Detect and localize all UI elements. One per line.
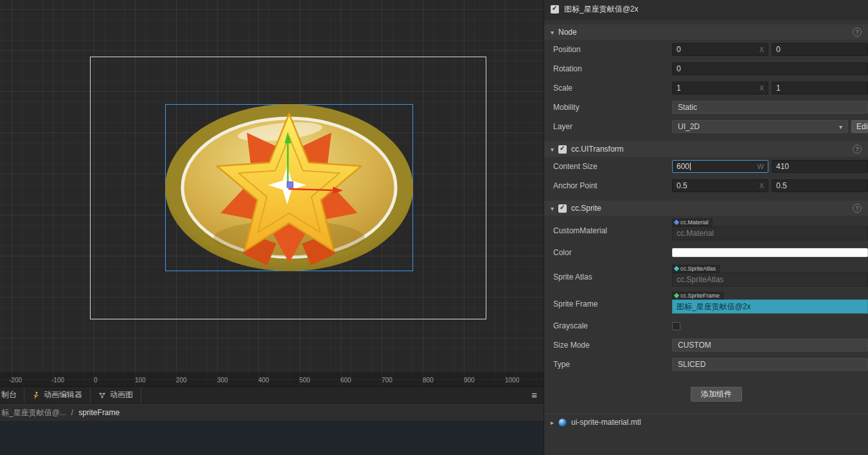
- axis-x-suffix: X: [759, 84, 764, 92]
- scale-label: Scale: [553, 84, 672, 93]
- panel-menu-icon[interactable]: ≡: [531, 387, 537, 403]
- layer-label: Layer: [553, 122, 672, 131]
- ruler-tick: -200: [9, 377, 22, 384]
- row-type: Type SLICED: [544, 355, 868, 374]
- row-sprite-frame: Sprite Frame cc.SpriteFrame 图标_星座贡献值@2x: [544, 289, 868, 316]
- size-mode-select[interactable]: CUSTOM: [672, 339, 868, 352]
- position-y-input[interactable]: 0: [772, 43, 868, 56]
- row-rotation: Rotation 0: [544, 59, 868, 78]
- star-badge-sprite[interactable]: [161, 100, 418, 276]
- help-icon[interactable]: ?: [853, 28, 862, 37]
- scale-x-input[interactable]: 1 X: [672, 82, 768, 94]
- animation-graph-icon: [98, 391, 106, 399]
- ruler-tick: 800: [423, 377, 434, 384]
- position-y-value: 0: [776, 45, 781, 54]
- section-header-node[interactable]: ▾ Node ?: [544, 24, 868, 40]
- sprite-frame-label: Sprite Frame: [553, 299, 672, 308]
- rotation-input[interactable]: 0: [672, 62, 868, 75]
- ruler-tick: -100: [51, 377, 64, 384]
- tab-animation-graph[interactable]: 动画图: [91, 387, 141, 403]
- layer-value: UI_2D: [678, 122, 700, 131]
- sprite-atlas-label: Sprite Atlas: [553, 272, 672, 281]
- sprite-atlas-field[interactable]: cc.SpriteAtlas: [672, 272, 868, 287]
- row-color: Color: [544, 243, 868, 262]
- inspector-header: 图标_星座贡献值@2x: [544, 0, 868, 19]
- material-asset-name: ui-sprite-material.mtl: [571, 418, 641, 427]
- sprite-frame-value: 图标_星座贡献值@2x: [677, 301, 751, 312]
- content-size-label: Content Size: [553, 162, 672, 171]
- chevron-right-icon[interactable]: ▸: [551, 419, 554, 426]
- chevron-down-icon[interactable]: ▾: [551, 29, 554, 36]
- ruler-tick: 700: [382, 377, 393, 384]
- add-component-button[interactable]: 添加组件: [691, 387, 742, 402]
- row-size-mode: Size Mode CUSTOM: [544, 335, 868, 355]
- section-header-uitransform[interactable]: ▾ cc.UITransform ?: [544, 141, 868, 157]
- ruler-tick: 900: [464, 377, 475, 384]
- scene-panel: -200 -100 0 100 200 300 400 500 600 700 …: [0, 0, 544, 455]
- section-title-uitransform: cc.UITransform: [571, 145, 624, 154]
- scale-y-input[interactable]: 1: [772, 82, 868, 94]
- text-caret: [690, 163, 691, 170]
- anchor-x-value: 0.5: [677, 181, 687, 190]
- breadcrumb-current[interactable]: spriteFrame: [78, 408, 120, 417]
- mobility-label: Mobility: [553, 103, 672, 112]
- layer-select[interactable]: UI_2D ▾: [672, 120, 848, 133]
- section-header-sprite[interactable]: ▾ cc.Sprite ?: [544, 201, 868, 216]
- anchor-x-input[interactable]: 0.5 X: [672, 179, 768, 192]
- custom-material-value: cc.Material: [677, 229, 714, 238]
- tab-animation-graph-label: 动画图: [110, 389, 133, 400]
- size-mode-value: CUSTOM: [678, 341, 711, 350]
- scene-viewport[interactable]: -200 -100 0 100 200 300 400 500 600 700 …: [0, 0, 544, 386]
- material-sphere-icon: [558, 418, 567, 427]
- ruler: -200 -100 0 100 200 300 400 500 600 700 …: [0, 372, 544, 386]
- row-layer: Layer UI_2D ▾ Edit: [544, 117, 868, 136]
- uitransform-enabled-checkbox[interactable]: [558, 145, 567, 154]
- breadcrumb-asset[interactable]: 标_星座贡献值@...: [1, 407, 66, 418]
- chevron-down-icon[interactable]: ▾: [551, 205, 554, 212]
- asset-type-chip-label: cc.Material: [680, 219, 709, 226]
- row-scale: Scale 1 X 1: [544, 78, 868, 98]
- mobility-select[interactable]: Static: [672, 101, 868, 114]
- origin-handle[interactable]: [287, 182, 293, 188]
- ruler-tick: 0: [94, 377, 98, 384]
- breadcrumb-separator: /: [71, 408, 73, 417]
- help-icon[interactable]: ?: [853, 204, 862, 213]
- sprite-frame-field[interactable]: 图标_星座贡献值@2x: [672, 299, 868, 314]
- color-label: Color: [553, 248, 672, 257]
- bottom-tabbar: 制台 动画编辑器 动画图 ≡: [0, 386, 544, 404]
- tab-animation-editor[interactable]: 动画编辑器: [24, 387, 91, 403]
- grayscale-label: Grayscale: [553, 321, 672, 330]
- sprite-enabled-checkbox[interactable]: [558, 204, 567, 213]
- axis-x-suffix: X: [759, 46, 764, 53]
- anchor-y-value: 0.5: [776, 181, 787, 190]
- custom-material-field[interactable]: cc.Material: [672, 226, 868, 240]
- chevron-down-icon[interactable]: ▾: [551, 146, 554, 153]
- ruler-tick: 600: [341, 377, 351, 384]
- content-size-w-input[interactable]: 600 W: [672, 160, 768, 173]
- asset-type-chip: cc.Material: [672, 219, 713, 226]
- grayscale-checkbox[interactable]: [672, 322, 680, 330]
- help-icon[interactable]: ?: [853, 145, 862, 154]
- content-size-w-value: 600: [677, 162, 689, 171]
- section-title-sprite: cc.Sprite: [571, 204, 601, 213]
- width-suffix: W: [757, 163, 764, 170]
- row-anchor-point: Anchor Point 0.5 X 0.5: [544, 176, 868, 195]
- anchor-y-input[interactable]: 0.5: [772, 179, 868, 192]
- position-x-input[interactable]: 0 X: [672, 43, 768, 56]
- color-swatch[interactable]: [672, 248, 868, 257]
- material-asset-row[interactable]: ▸ ui-sprite-material.mtl: [544, 413, 868, 431]
- tab-console[interactable]: 制台: [0, 387, 24, 403]
- layer-edit-button[interactable]: Edit: [851, 120, 868, 133]
- row-position: Position 0 X 0: [544, 40, 868, 59]
- scale-x-value: 1: [677, 84, 681, 93]
- asset-type-chip: cc.SpriteAtlas: [672, 265, 720, 272]
- asset-type-chip: cc.SpriteFrame: [672, 292, 723, 299]
- row-custom-material: CustomMaterial cc.Material cc.Material: [544, 216, 868, 243]
- tab-console-label: 制台: [1, 389, 17, 400]
- type-select[interactable]: SLICED: [672, 358, 868, 371]
- node-active-checkbox[interactable]: [551, 5, 559, 13]
- row-mobility: Mobility Static: [544, 98, 868, 117]
- content-size-h-input[interactable]: 410: [772, 160, 868, 173]
- console-area: [0, 421, 544, 455]
- custom-material-label: CustomMaterial: [553, 226, 672, 235]
